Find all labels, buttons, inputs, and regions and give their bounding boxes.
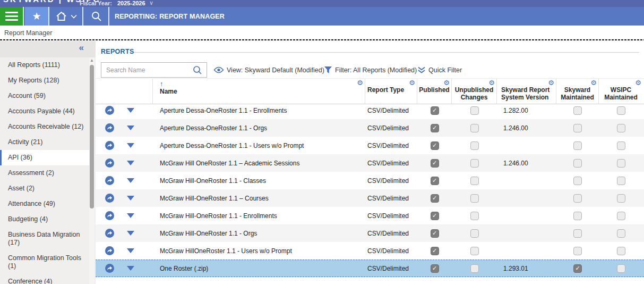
table-row[interactable]: Aperture Dessa-OneRoster 1.1 - Enrollmen…	[96, 104, 644, 119]
sidebar-item[interactable]: API (36)	[0, 150, 89, 165]
run-report-icon[interactable]	[105, 158, 114, 168]
published-checkbox[interactable]	[431, 194, 439, 203]
table-row[interactable]: One Roster (.zip) CSV/Delimited 1.293.01	[96, 260, 644, 277]
published-checkbox[interactable]	[431, 124, 439, 132]
published-checkbox[interactable]	[431, 212, 439, 220]
skyward-maintained-checkbox[interactable]	[573, 194, 582, 203]
table-row[interactable]: McGraw Hill-OneRoster 1.1 - Classes CSV/…	[96, 172, 644, 189]
sidebar-item[interactable]: Activity (21)	[0, 135, 89, 150]
row-expand-icon[interactable]	[127, 231, 134, 236]
wsipc-maintained-checkbox[interactable]	[617, 212, 625, 220]
skyward-maintained-checkbox[interactable]	[573, 177, 582, 185]
skyward-maintained-checkbox[interactable]	[573, 141, 582, 150]
run-report-icon[interactable]	[105, 229, 114, 238]
published-checkbox[interactable]	[431, 159, 439, 168]
row-expand-icon[interactable]	[127, 266, 134, 271]
scrollbar-thumb[interactable]	[90, 65, 94, 208]
fiscal-year-value[interactable]: 2025-2026	[117, 0, 145, 6]
unpublished-changes-checkbox[interactable]	[470, 194, 479, 203]
row-expand-icon[interactable]	[127, 161, 134, 165]
column-settings-icon[interactable]: ⚙	[443, 79, 450, 86]
view-selector[interactable]: View: Skyward Default (Modified)	[213, 62, 324, 78]
skyward-maintained-checkbox[interactable]	[573, 212, 582, 220]
run-report-icon[interactable]	[105, 246, 114, 255]
column-settings-icon[interactable]: ⚙	[409, 79, 415, 86]
run-report-icon[interactable]	[105, 141, 114, 150]
table-row[interactable]: McGraw Hill-OneRoster 1.1 - Enrollments …	[96, 207, 644, 224]
unpublished-changes-checkbox[interactable]	[470, 141, 479, 150]
skyward-maintained-checkbox[interactable]	[573, 247, 582, 255]
unpublished-changes-checkbox[interactable]	[470, 124, 479, 132]
sidebar-item[interactable]: Attendance (49)	[0, 196, 89, 212]
column-header-name[interactable]: ↑ Name ⚙	[153, 79, 365, 104]
home-dropdown-chevron-icon[interactable]	[71, 14, 77, 19]
menu-button[interactable]	[0, 7, 24, 26]
column-settings-icon[interactable]: ⚙	[357, 79, 363, 86]
wsipc-maintained-checkbox[interactable]	[617, 247, 625, 255]
column-settings-icon[interactable]: ⚙	[635, 79, 641, 86]
published-checkbox[interactable]	[431, 177, 439, 185]
column-header-published[interactable]: Published ⚙	[417, 79, 452, 104]
wsipc-maintained-checkbox[interactable]	[617, 229, 625, 238]
sidebar-item[interactable]: All Reports (1111)	[0, 57, 89, 73]
row-expand-icon[interactable]	[127, 126, 134, 130]
filter-selector[interactable]: Filter: All Reports (Modified)	[324, 62, 417, 78]
sidebar-item[interactable]: Assessment (2)	[0, 165, 89, 181]
run-report-icon[interactable]	[105, 176, 114, 185]
skyward-maintained-checkbox[interactable]	[573, 124, 582, 132]
row-expand-icon[interactable]	[127, 196, 134, 201]
unpublished-changes-checkbox[interactable]	[470, 247, 479, 255]
skyward-maintained-checkbox[interactable]	[573, 106, 582, 115]
column-header-skyward-maintained[interactable]: Skyward Maintained ⚙	[556, 79, 599, 104]
published-checkbox[interactable]	[431, 229, 439, 238]
wsipc-maintained-checkbox[interactable]	[617, 194, 625, 203]
skyward-maintained-checkbox[interactable]	[573, 159, 582, 168]
wsipc-maintained-checkbox[interactable]	[617, 177, 625, 185]
wsipc-maintained-checkbox[interactable]	[617, 141, 625, 150]
fiscal-year-chevron-icon[interactable]: ∨	[149, 0, 153, 6]
run-report-icon[interactable]	[105, 123, 114, 132]
row-expand-icon[interactable]	[127, 143, 134, 148]
published-checkbox[interactable]	[431, 141, 439, 150]
table-row[interactable]: McGraw Hill-OneRoster 1.1 – Courses CSV/…	[96, 189, 644, 207]
column-settings-icon[interactable]: ⚙	[488, 79, 495, 86]
collapse-sidebar-icon[interactable]: «	[79, 43, 84, 53]
column-header-unpublished-changes[interactable]: Unpublished Changes ⚙	[452, 79, 497, 104]
column-header-report-type[interactable]: Report Type ⚙	[365, 79, 417, 104]
sidebar-item[interactable]: Business Data Migration (17)	[0, 227, 89, 250]
wsipc-maintained-checkbox[interactable]	[617, 159, 625, 168]
unpublished-changes-checkbox[interactable]	[470, 159, 479, 168]
column-settings-icon[interactable]: ⚙	[590, 79, 597, 86]
table-row[interactable]: Aperture Dessa-OneRoster 1.1 - Orgs CSV/…	[96, 119, 644, 137]
skyward-maintained-checkbox[interactable]	[573, 229, 582, 238]
row-expand-icon[interactable]	[127, 178, 134, 183]
sidebar-item[interactable]: Accounts Payable (44)	[0, 104, 89, 119]
wsipc-maintained-checkbox[interactable]	[617, 124, 625, 132]
row-expand-icon[interactable]	[127, 213, 134, 218]
published-checkbox[interactable]	[431, 247, 439, 255]
row-expand-icon[interactable]	[127, 248, 134, 253]
favorites-button[interactable]: ★	[25, 7, 49, 26]
table-row[interactable]: McGraw Hill OneRoster 1.1 – Academic Ses…	[96, 154, 644, 172]
table-row[interactable]: McGraw Hill-OneRoster 1.1 - Orgs CSV/Del…	[96, 224, 644, 242]
sort-ascending-icon[interactable]: ↑	[160, 80, 365, 88]
unpublished-changes-checkbox[interactable]	[470, 177, 479, 185]
unpublished-changes-checkbox[interactable]	[470, 229, 479, 238]
sidebar-item[interactable]: Accounts Receivable (12)	[0, 119, 89, 135]
wsipc-maintained-checkbox[interactable]	[617, 264, 625, 273]
sidebar-item[interactable]: My Reports (128)	[0, 73, 89, 88]
skyward-maintained-checkbox[interactable]	[573, 264, 582, 273]
unpublished-changes-checkbox[interactable]	[470, 264, 479, 273]
global-search-button[interactable]	[84, 7, 109, 26]
sidebar-item[interactable]: Common Migration Tools (1)	[0, 250, 89, 274]
column-header-skyward-report-system-version[interactable]: Skyward Report System Version ⚙	[497, 79, 556, 104]
sidebar-scrollbar[interactable]: ▲	[89, 57, 95, 284]
column-header-wsipc-maintained[interactable]: WSIPC Maintained ⚙	[599, 79, 643, 104]
published-checkbox[interactable]	[431, 264, 439, 273]
run-report-icon[interactable]	[105, 211, 114, 220]
row-expand-icon[interactable]	[127, 108, 134, 113]
quick-filter-button[interactable]: Quick Filter	[417, 62, 462, 78]
search-input[interactable]	[101, 66, 193, 74]
scrollbar-up-arrow-icon[interactable]: ▲	[89, 58, 95, 63]
search-icon[interactable]	[193, 65, 202, 75]
